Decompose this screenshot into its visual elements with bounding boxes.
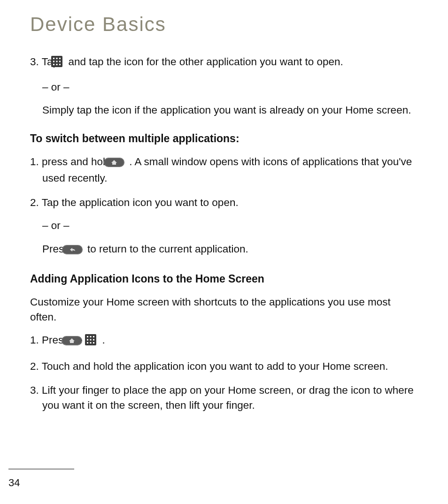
footer-rule bbox=[8, 469, 74, 469]
back-key-icon bbox=[74, 244, 83, 259]
add-step-3-text: Lift your finger to place the app on you… bbox=[42, 384, 414, 411]
page-number: 34 bbox=[8, 477, 20, 489]
press-text-b: to return to the current application. bbox=[87, 243, 248, 255]
adding-heading: Adding Application Icons to the Home Scr… bbox=[30, 271, 418, 286]
home-key-icon bbox=[116, 156, 124, 171]
switch-step-1-text-a: press and hold bbox=[42, 156, 114, 168]
page-title: Device Basics bbox=[30, 13, 421, 36]
add-step-1-end: . bbox=[102, 334, 105, 346]
switch-step-2: 2. Tap the application icon you want to … bbox=[30, 195, 418, 259]
or-separator: – or – bbox=[54, 80, 418, 95]
step-3-text-b: and tap the icon for the other applicati… bbox=[68, 56, 343, 68]
step-number: 3. bbox=[30, 384, 39, 396]
or-separator: – or – bbox=[54, 218, 418, 233]
body-content: 3. Tap and tap the icon for the other ap… bbox=[27, 54, 421, 412]
step-3: 3. Tap and tap the icon for the other ap… bbox=[30, 54, 418, 118]
add-step-2-text: Touch and hold the application icon you … bbox=[42, 360, 388, 372]
adding-intro: Customize your Home screen with shortcut… bbox=[30, 295, 418, 324]
switch-heading: To switch between multiple applications: bbox=[30, 131, 418, 146]
add-step-2: 2. Touch and hold the application icon y… bbox=[30, 359, 418, 374]
add-step-1: 1. Press > . bbox=[30, 333, 418, 350]
add-step-3: 3. Lift your finger to place the app on … bbox=[30, 383, 418, 412]
step-number: 2. bbox=[30, 360, 39, 372]
step-number: 1. bbox=[30, 334, 39, 346]
step-number: 2. bbox=[30, 197, 39, 208]
step-3-text-c: Simply tap the icon if the application y… bbox=[54, 103, 418, 118]
document-page: Device Basics 3. Tap and tap the icon fo… bbox=[0, 0, 448, 504]
switch-step-1: 1. press and hold . A small window opens… bbox=[30, 154, 418, 186]
switch-step-2-press: Press to return to the current applicati… bbox=[54, 242, 418, 259]
step-number: 1. bbox=[30, 156, 39, 168]
step-number: 3. bbox=[30, 56, 39, 68]
switch-step-2-text: Tap the application icon you want to ope… bbox=[42, 197, 239, 208]
